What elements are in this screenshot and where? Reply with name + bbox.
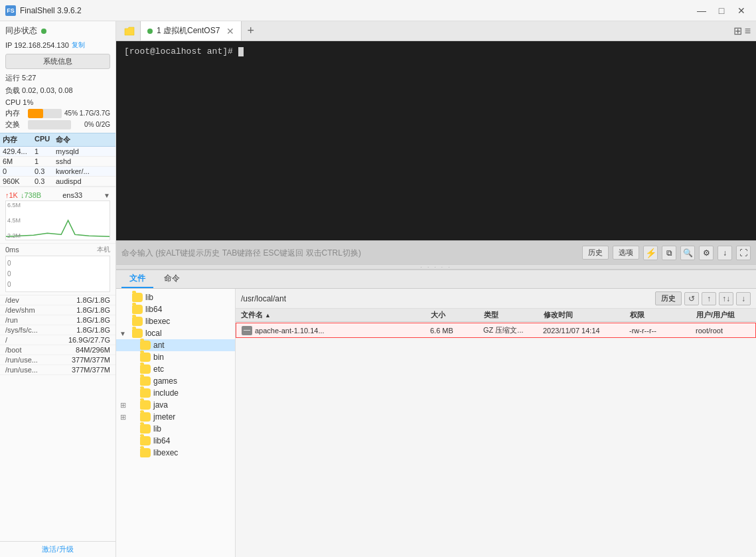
col-name-header[interactable]: 文件名 ▲ (238, 310, 428, 320)
lightning-button[interactable]: ⚡ (643, 246, 658, 260)
file-history-button[interactable]: 历史 (655, 291, 682, 305)
col-date-header[interactable]: 修改时间 (541, 310, 627, 320)
search-icon-button[interactable]: 🔍 (680, 246, 695, 260)
disk-size: 84M/296M (76, 346, 110, 354)
tree-item-bin[interactable]: bin (116, 351, 235, 363)
proc-cpu: 0.3 (32, 177, 53, 186)
runtime-stat: 运行 5:27 (0, 72, 115, 84)
ip-row: IP 192.168.254.130 复制 (0, 39, 115, 51)
tree-item-lib64[interactable]: lib64 (116, 303, 235, 315)
window-controls: — □ ✕ (692, 3, 751, 18)
maximize-button[interactable]: □ (712, 3, 731, 18)
resize-handle[interactable]: · · · · · (116, 264, 756, 270)
download-button[interactable]: ↓ (736, 292, 751, 305)
latency-ping: 本机 (97, 245, 110, 254)
sys-info-button[interactable]: 系统信息 (5, 54, 110, 69)
tree-item-libexec-2[interactable]: libexec (116, 447, 235, 459)
file-table-header: 文件名 ▲ 大小 类型 修改时间 权限 用户/用户组 (236, 309, 756, 322)
net-dropdown[interactable]: ▼ (104, 192, 110, 199)
tree-label: local (145, 329, 162, 338)
tab-bar-left: 1 虚拟机CentOS7 ✕ + (119, 21, 260, 40)
home-tab[interactable] (119, 21, 140, 40)
net-label-2: 4.5M (7, 217, 21, 224)
tree-item-lib2[interactable]: lib (116, 423, 235, 435)
tree-label: java (153, 400, 168, 410)
network-header: ↑1K ↓738B ens33 ▼ (0, 190, 115, 200)
tree-item-java[interactable]: ⊞ java (116, 399, 235, 411)
disk-row: /boot 84M/296M (0, 345, 115, 355)
tree-item-jmeter[interactable]: ⊞ jmeter (116, 411, 235, 423)
folder-icon (124, 27, 135, 36)
tree-label: jmeter (153, 412, 175, 422)
net-label-3: 2.2M (7, 232, 21, 239)
disk-path: /sys/fs/c... (5, 326, 52, 334)
proc-cpu: 1 (32, 147, 53, 156)
proc-cpu: 1 (32, 157, 53, 166)
file-row-apache[interactable]: apache-ant-1.10.14... 6.6 MB GZ 压缩文... 2… (236, 323, 756, 338)
col-size-header[interactable]: 大小 (428, 310, 481, 320)
file-type-cell: GZ 压缩文... (481, 325, 540, 335)
copy-ip-button[interactable]: 复制 (72, 40, 85, 50)
tree-toggle: ⊞ (119, 401, 127, 410)
tree-item-include[interactable]: include (116, 387, 235, 399)
tab-item-1[interactable]: 1 虚拟机CentOS7 ✕ (140, 21, 242, 40)
tab-dot (147, 29, 153, 34)
tree-item-games[interactable]: games (116, 375, 235, 387)
net-interface: ens33 (62, 191, 82, 199)
disk-row: /dev 1.8G/1.8G (0, 295, 115, 305)
runtime-value: 5:27 (22, 74, 36, 82)
disk-row: /dev/shm 1.8G/1.8G (0, 305, 115, 315)
disk-section: /dev 1.8G/1.8G /dev/shm 1.8G/1.8G /run 1… (0, 295, 115, 541)
file-tree: lib lib64 libexec ▼ (116, 289, 236, 557)
process-table: 内存 CPU 命令 429.4... 1 mysqld 6M 1 sshd 0 … (0, 133, 115, 187)
bottom-panel: 文件 命令 lib lib64 (116, 270, 756, 557)
list-view-icon[interactable]: ≡ (745, 25, 751, 37)
file-type-icon (242, 326, 252, 335)
latency-label: 0ms (5, 246, 19, 254)
upgrade-button[interactable]: 激活/升级 (42, 544, 73, 554)
tab-close-button[interactable]: ✕ (226, 26, 234, 37)
col-perm-header[interactable]: 权限 (627, 310, 694, 320)
memory-bar: 内存 45% 1.7G/3.7G (5, 108, 110, 118)
fullscreen-icon-button[interactable]: ⛶ (736, 246, 751, 260)
copy-icon-button[interactable]: ⧉ (662, 246, 676, 260)
tab-commands[interactable]: 命令 (156, 270, 188, 288)
tab-bar-right: ⊞ ≡ (733, 21, 756, 40)
close-button[interactable]: ✕ (732, 3, 751, 18)
cpu-label: CPU (5, 98, 21, 106)
grid-view-icon[interactable]: ⊞ (733, 25, 742, 37)
terminal-area[interactable]: [root@localhost ant]# (116, 41, 756, 240)
proc-cmd: sshd (53, 157, 115, 166)
tree-item-etc[interactable]: etc (116, 363, 235, 375)
options-button[interactable]: 选项 (613, 246, 639, 260)
tree-item-libexec[interactable]: libexec (116, 315, 235, 327)
cmd-input[interactable] (121, 248, 578, 258)
disk-size: 1.8G/1.8G (76, 306, 110, 314)
latency-section: 0ms 本机 0 0 0 (0, 243, 115, 295)
disk-size: 1.8G/1.8G (76, 296, 110, 304)
cpu-value: 1% (23, 98, 33, 106)
tree-item-lib[interactable]: lib (116, 291, 235, 303)
tree-label: lib64 (145, 305, 162, 314)
upload-button[interactable]: ↑↓ (719, 292, 733, 305)
terminal-prompt: [root@localhost ant]# (124, 46, 238, 56)
refresh-button[interactable]: ↺ (684, 292, 699, 305)
folder-icon (140, 364, 151, 374)
minimize-button[interactable]: — (692, 3, 711, 18)
tab-files[interactable]: 文件 (121, 270, 153, 288)
latency-chart: 0 0 0 (5, 256, 110, 292)
swap-label: 交换 (5, 119, 25, 129)
col-type-header[interactable]: 类型 (481, 310, 541, 320)
tree-item-local[interactable]: ▼ local (116, 327, 235, 339)
tree-item-ant[interactable]: ant (116, 339, 235, 351)
file-table: 文件名 ▲ 大小 类型 修改时间 权限 用户/用户组 (236, 309, 756, 557)
col-user-header[interactable]: 用户/用户组 (694, 310, 753, 320)
add-tab-button[interactable]: + (242, 21, 260, 40)
download-icon-button[interactable]: ↓ (718, 246, 732, 260)
disk-row: /sys/fs/c... 1.8G/1.8G (0, 325, 115, 335)
settings-icon-button[interactable]: ⚙ (699, 246, 714, 260)
disk-row: /run/use... 377M/377M (0, 365, 115, 375)
history-button[interactable]: 历史 (582, 246, 609, 260)
go-up-button[interactable]: ↑ (702, 292, 716, 305)
tree-item-lib64-2[interactable]: lib64 (116, 435, 235, 447)
